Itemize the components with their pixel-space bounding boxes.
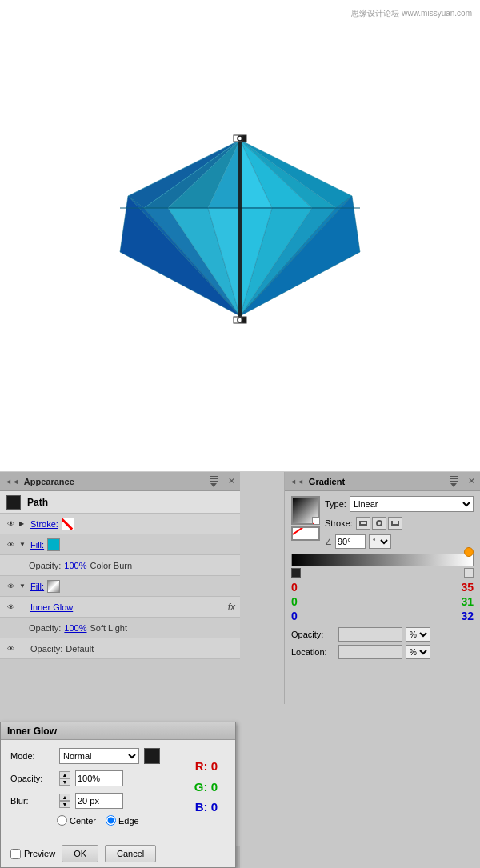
gradient-menu-btn[interactable] bbox=[450, 476, 463, 487]
opacity-grad-input[interactable] bbox=[338, 627, 402, 642]
dialog-opacity-row: Opacity: ▲ ▼ bbox=[10, 770, 226, 786]
grad-r-left: 0 bbox=[291, 581, 298, 594]
dialog-mode-row: Mode: Normal bbox=[10, 748, 226, 764]
grad-r-right: 35 bbox=[461, 581, 474, 594]
opacity-value-2[interactable]: 100% bbox=[64, 623, 86, 633]
gradient-controls: Type: Linear Stroke: bbox=[285, 491, 480, 664]
stroke-opt-3[interactable] bbox=[388, 517, 402, 530]
dialog-blur-row: Blur: ▲ ▼ bbox=[10, 793, 226, 809]
mode-select[interactable]: Normal bbox=[59, 748, 139, 764]
inner-glow-visibility[interactable]: 👁 bbox=[5, 603, 16, 611]
stroke-label[interactable]: Stroke: bbox=[30, 519, 58, 529]
gradient-panel: ◄◄ Gradient ✕ bbox=[284, 472, 480, 704]
orange-stop[interactable] bbox=[464, 547, 474, 557]
fill-visibility-2[interactable]: 👁 bbox=[5, 582, 16, 590]
inner-glow-label[interactable]: Inner Glow bbox=[30, 602, 73, 612]
opacity-up[interactable]: ▲ bbox=[59, 771, 70, 778]
angle-input[interactable] bbox=[335, 534, 366, 549]
opacity-visibility-3[interactable]: 👁 bbox=[5, 645, 16, 653]
blend-mode-3: Default bbox=[66, 644, 94, 654]
blur-up[interactable]: ▲ bbox=[59, 794, 70, 801]
edge-label-text: Edge bbox=[118, 816, 139, 826]
gradient-scroll-arrows[interactable]: ◄◄ bbox=[290, 478, 304, 486]
blend-mode-2: Soft Light bbox=[90, 623, 127, 633]
fx-badge: fx bbox=[228, 602, 235, 613]
edge-radio-label[interactable]: Edge bbox=[106, 815, 139, 826]
fill-expand-2[interactable]: ▼ bbox=[19, 582, 27, 590]
gradient-stop-left[interactable] bbox=[291, 568, 301, 578]
stroke-visibility[interactable]: 👁 bbox=[5, 520, 16, 528]
inner-glow-row: 👁 Inner Glow fx bbox=[0, 597, 240, 618]
diamond-shape bbox=[104, 116, 376, 356]
blur-down[interactable]: ▼ bbox=[59, 801, 70, 808]
canvas-area: 思缘设计论坛 www.missyuan.com bbox=[0, 0, 480, 472]
gradient-title: Gradient bbox=[309, 477, 345, 486]
blend-mode-1: Color Burn bbox=[90, 561, 133, 570]
opacity-down[interactable]: ▼ bbox=[59, 778, 70, 786]
opacity-unit[interactable]: % bbox=[406, 627, 430, 642]
location-unit[interactable]: % bbox=[406, 645, 430, 659]
grad-b-right: 32 bbox=[461, 610, 474, 622]
watermark: 思缘设计论坛 www.missyuan.com bbox=[351, 8, 472, 19]
opacity-row-1: Opacity: 100% Color Burn bbox=[0, 555, 240, 576]
stroke-expand[interactable]: ▶ bbox=[19, 520, 27, 527]
stroke-row: 👁 ▶ Stroke: bbox=[0, 514, 240, 534]
angle-unit[interactable]: ° bbox=[369, 534, 391, 549]
fill-label-1[interactable]: Fill: bbox=[30, 540, 44, 550]
angle-icon: ∠ bbox=[325, 538, 332, 546]
appearance-title: Appearance bbox=[24, 477, 74, 486]
stroke-opt-2[interactable] bbox=[372, 517, 386, 530]
location-input[interactable] bbox=[338, 645, 402, 659]
appearance-menu-btn[interactable] bbox=[210, 476, 223, 487]
dialog-body: Mode: Normal Opacity: ▲ ▼ bbox=[1, 740, 235, 840]
fill-swatch-1[interactable] bbox=[47, 538, 60, 551]
gradient-bar[interactable] bbox=[291, 554, 474, 566]
fill-label-2[interactable]: Fill: bbox=[30, 582, 44, 591]
edge-radio[interactable] bbox=[106, 815, 116, 826]
opacity-input[interactable] bbox=[75, 770, 123, 786]
gradient-opacity-row: Opacity: % bbox=[291, 627, 474, 642]
dialog-radio-row: Center Edge bbox=[10, 815, 226, 826]
gradient-stop-right[interactable] bbox=[464, 568, 474, 578]
panels-area: ◄◄ Appearance ✕ Path 👁 bbox=[0, 472, 480, 868]
stroke-opt-1[interactable] bbox=[356, 517, 370, 530]
stroke-swatch[interactable] bbox=[62, 518, 74, 530]
opacity-value-1[interactable]: 100% bbox=[64, 561, 86, 570]
fill-expand-1[interactable]: ▼ bbox=[19, 541, 27, 548]
gradient-rgb-area: 0 0 0 35 31 32 bbox=[291, 581, 474, 622]
gradient-right-rgb: 35 31 32 bbox=[461, 581, 474, 622]
appearance-path-bar: Path bbox=[0, 491, 240, 514]
gradient-close[interactable]: ✕ bbox=[468, 476, 475, 486]
appearance-panel: ◄◄ Appearance ✕ Path 👁 bbox=[0, 472, 240, 868]
appearance-close[interactable]: ✕ bbox=[228, 476, 235, 486]
blur-spinner[interactable]: ▲ ▼ bbox=[59, 794, 70, 808]
grad-g-right: 31 bbox=[461, 595, 474, 608]
opacity-label-1: Opacity: bbox=[29, 561, 61, 570]
opacity-label-3: Opacity: bbox=[30, 644, 62, 654]
gradient-panel-header: ◄◄ Gradient ✕ bbox=[285, 472, 480, 491]
center-radio[interactable] bbox=[57, 815, 67, 826]
fill-visibility-1[interactable]: 👁 bbox=[5, 541, 16, 549]
ok-button[interactable]: OK bbox=[62, 845, 98, 862]
blur-input[interactable] bbox=[75, 793, 123, 809]
inner-glow-dialog: Inner Glow Mode: Normal Opacity: ▲ ▼ bbox=[0, 722, 236, 868]
gradient-stroke-swatch[interactable] bbox=[291, 526, 320, 541]
preview-checkbox-group: Preview bbox=[10, 849, 55, 859]
location-label: Location: bbox=[291, 647, 335, 657]
glow-color-swatch[interactable] bbox=[144, 748, 160, 764]
scroll-arrows[interactable]: ◄◄ bbox=[5, 478, 19, 486]
center-radio-label[interactable]: Center bbox=[57, 815, 96, 826]
path-color-swatch[interactable] bbox=[6, 495, 21, 510]
fill-row-1: 👁 ▼ Fill: bbox=[0, 534, 240, 555]
cancel-button[interactable]: Cancel bbox=[105, 845, 156, 862]
fill-swatch-2[interactable] bbox=[47, 580, 60, 593]
preview-checkbox[interactable] bbox=[10, 849, 21, 859]
grad-g-left: 0 bbox=[291, 595, 298, 608]
gradient-location-row: Location: % bbox=[291, 645, 474, 659]
gradient-stop-indicator bbox=[464, 547, 474, 557]
opacity-spinner[interactable]: ▲ ▼ bbox=[59, 771, 70, 786]
path-label: Path bbox=[27, 497, 48, 508]
dialog-r-value: R: 0 bbox=[194, 756, 218, 777]
gradient-main-swatch[interactable] bbox=[291, 496, 320, 525]
type-select[interactable]: Linear bbox=[350, 496, 474, 512]
